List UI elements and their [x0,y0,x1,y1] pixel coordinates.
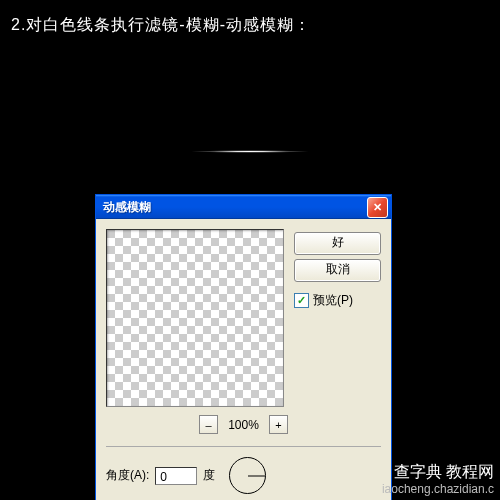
preview-checkbox[interactable]: ✓ [294,293,309,308]
angle-dial[interactable] [229,457,266,494]
angle-input[interactable]: 0 [155,467,197,485]
dialog-title: 动感模糊 [99,199,367,216]
watermark-title: 查字典 教程网 [382,462,494,481]
cancel-button[interactable]: 取消 [294,259,381,282]
angle-label: 角度(A): [106,467,149,484]
zoom-in-button[interactable]: + [269,415,288,434]
step-instruction: 2.对白色线条执行滤镜-模糊-动感模糊： [11,15,311,36]
divider [106,446,381,447]
watermark: 查字典 教程网 iaocheng.chazidian.c [382,462,494,496]
preview-label: 预览(P) [313,292,353,309]
titlebar: 动感模糊 ✕ [96,195,391,219]
zoom-value: 100% [228,418,259,432]
preview-canvas[interactable] [106,229,284,407]
motion-blur-result [185,150,315,153]
motion-blur-dialog: 动感模糊 ✕ 好 取消 ✓ 预览(P) – 100% + 角度(A): 0 度 [95,194,392,500]
zoom-out-button[interactable]: – [199,415,218,434]
watermark-url: iaocheng.chazidian.c [382,482,494,496]
close-button[interactable]: ✕ [367,197,388,218]
ok-button[interactable]: 好 [294,232,381,255]
angle-unit: 度 [203,467,215,484]
